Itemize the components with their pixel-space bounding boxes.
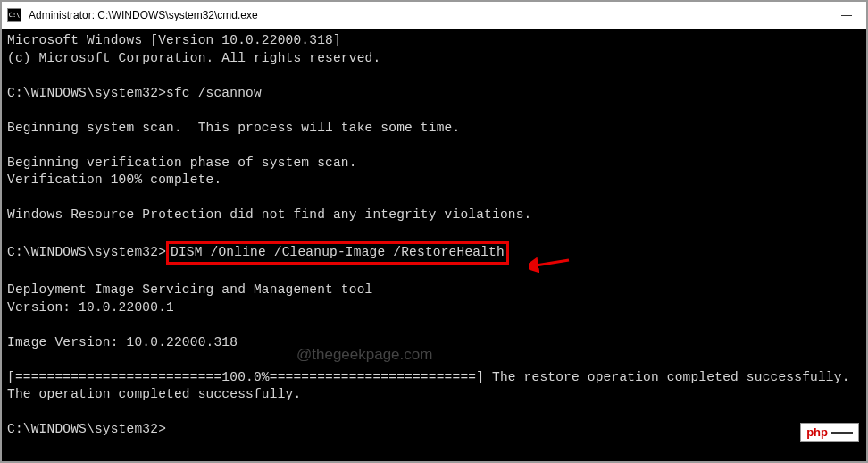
- site-badge: php: [800, 423, 859, 442]
- prompt-path: C:\WINDOWS\system32>: [7, 422, 166, 436]
- line-dism-tool: Deployment Image Servicing and Managemen…: [7, 282, 372, 297]
- line-dism-version: Version: 10.0.22000.1: [7, 300, 174, 315]
- badge-php-text: php: [806, 425, 828, 439]
- command-sfc: sfc /scannow: [166, 86, 262, 100]
- line-image-version: Image Version: 10.0.22000.318: [7, 335, 238, 349]
- prompt-path: C:\WINDOWS\system32>: [7, 86, 166, 100]
- title-bar[interactable]: C:\ Administrator: C:\WINDOWS\system32\c…: [2, 2, 866, 29]
- line-windows-version: Microsoft Windows [Version 10.0.22000.31…: [7, 33, 341, 47]
- prompt-path: C:\WINDOWS\system32>: [7, 245, 166, 259]
- line-scan-begin: Beginning system scan. This process will…: [7, 121, 460, 135]
- highlighted-command: DISM /Online /Cleanup-Image /RestoreHeal…: [166, 241, 509, 265]
- window-title: Administrator: C:\WINDOWS\system32\cmd.e…: [29, 9, 258, 21]
- terminal-output[interactable]: Microsoft Windows [Version 10.0.22000.31…: [2, 29, 866, 442]
- badge-cn-text: [831, 432, 853, 434]
- minimize-icon[interactable]: [841, 15, 852, 16]
- svg-line-1: [536, 260, 569, 265]
- line-verification-begin: Beginning verification phase of system s…: [7, 156, 357, 170]
- line-verification-complete: Verification 100% complete.: [7, 173, 221, 187]
- window-controls: [841, 15, 861, 16]
- cmd-icon: C:\: [7, 8, 21, 22]
- line-copyright: (c) Microsoft Corporation. All rights re…: [7, 51, 380, 65]
- arrow-icon: [529, 255, 573, 273]
- line-wrp-result: Windows Resource Protection did not find…: [7, 207, 532, 222]
- line-progress-bar: [==========================100.0%=======…: [7, 370, 850, 384]
- line-operation-complete: The operation completed successfully.: [7, 387, 301, 401]
